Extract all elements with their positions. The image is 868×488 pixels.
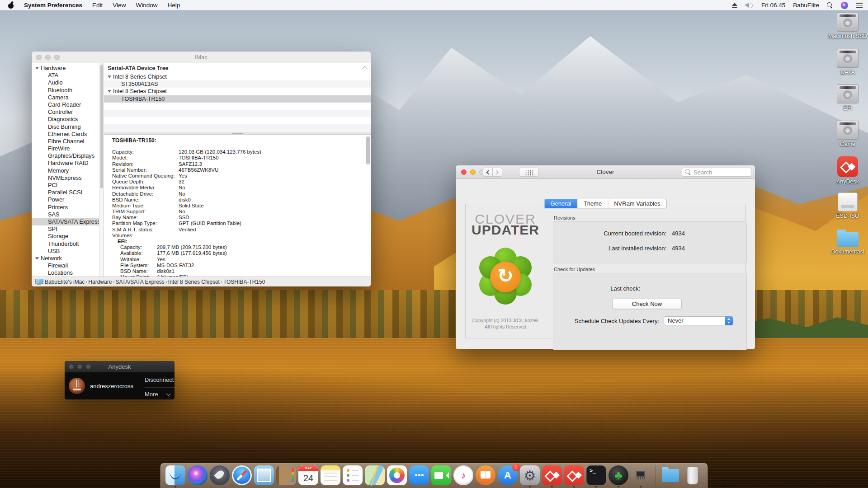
dock-itunes[interactable]: ♪: [453, 465, 473, 488]
sysinfo-title-bar[interactable]: iMac: [32, 52, 371, 63]
desktop-icon-anydesk[interactable]: AnyDesk: [826, 156, 868, 192]
detail-scrollbar-thumb[interactable]: [366, 136, 370, 164]
menu-bar-clock[interactable]: Fri 06.45: [761, 2, 785, 9]
sidebar-item-camera[interactable]: Camera: [32, 94, 99, 101]
dock-calendar[interactable]: MAY24: [298, 465, 318, 488]
desktop-icon-esd-iso[interactable]: ESD-ISO: [826, 192, 868, 229]
disconnect-button[interactable]: Disconnect: [145, 376, 174, 383]
dock-safari[interactable]: [232, 465, 252, 488]
sidebar-item-pci[interactable]: PCI: [32, 182, 99, 189]
dock-clover-configurator[interactable]: ♣: [609, 465, 628, 488]
dock-anydesk[interactable]: [542, 465, 562, 488]
tree-row-intel-8-series-chipset[interactable]: Intel 8 Series Chipset: [104, 88, 371, 95]
sidebar-item-power[interactable]: Power: [32, 196, 99, 203]
sidebar-item-graphics-displays[interactable]: Graphics/Displays: [32, 152, 99, 160]
sidebar-item-firewire[interactable]: FireWire: [32, 145, 99, 152]
desktop-icon-data[interactable]: DATA: [826, 49, 868, 85]
dock-trash[interactable]: [683, 465, 703, 488]
sidebar-item-hardware-raid[interactable]: Hardware RAID: [32, 160, 99, 167]
check-now-button[interactable]: Check Now: [612, 299, 682, 309]
sidebar-item-audio[interactable]: Audio: [32, 79, 99, 86]
sidebar-scrollbar-thumb[interactable]: [100, 65, 103, 188]
breadcrumb-item-babuelite-s-imac[interactable]: BabuElite's iMac: [45, 279, 85, 285]
breadcrumb-item-intel-8-series-chipset[interactable]: Intel 8 Series Chipset: [168, 279, 220, 285]
dock-ibooks[interactable]: [476, 465, 495, 488]
dock-system-preferences[interactable]: ⚙: [520, 465, 540, 488]
schedule-dropdown[interactable]: Never: [664, 316, 733, 325]
dock-facetime[interactable]: [431, 465, 451, 488]
sidebar-item-locations[interactable]: Locations: [32, 269, 99, 277]
sidebar-item-sas[interactable]: SAS: [32, 211, 99, 218]
menu-app-name[interactable]: System Preferences: [24, 2, 82, 9]
notification-center-icon[interactable]: [856, 3, 863, 8]
sidebar-item-diagnostics[interactable]: Diagnostics: [32, 116, 99, 123]
sidebar-group-network[interactable]: Network: [32, 255, 99, 262]
sidebar-item-parallel-scsi[interactable]: Parallel SCSI: [32, 189, 99, 196]
sidebar-item-bluetooth[interactable]: Bluetooth: [32, 87, 99, 94]
dock-messages[interactable]: [409, 465, 429, 488]
close-button[interactable]: [36, 55, 42, 60]
sidebar-item-sata-sata-express[interactable]: SATA/SATA Express: [32, 218, 99, 225]
dock-anydesk-2[interactable]: [564, 465, 584, 488]
dock-app-store[interactable]: A1: [498, 465, 518, 488]
breadcrumb-item-hardware[interactable]: Hardware: [88, 279, 112, 285]
desktop-icon-dokumentasi[interactable]: Dokumentasi: [826, 232, 868, 268]
zoom-button[interactable]: [54, 55, 60, 60]
tree-row-intel-8-series-chipset[interactable]: Intel 8 Series Chipset: [104, 73, 371, 80]
minimize-button[interactable]: [77, 364, 82, 369]
sidebar-item-controller[interactable]: Controller: [32, 108, 99, 116]
collapse-chevron-icon[interactable]: [362, 66, 367, 71]
zoom-button[interactable]: [86, 364, 91, 369]
sidebar-item-firewall[interactable]: Firewall: [32, 262, 99, 269]
dock-launchpad[interactable]: [210, 465, 230, 488]
dock-finder[interactable]: [165, 465, 185, 488]
dock-notes[interactable]: [321, 465, 340, 488]
menu-view[interactable]: View: [113, 2, 126, 9]
anydesk-title-bar[interactable]: Anydesk: [65, 361, 175, 372]
apple-menu-icon[interactable]: [8, 2, 14, 9]
sidebar-item-ethernet-cards[interactable]: Ethernet Cards: [32, 131, 99, 138]
eject-icon[interactable]: [731, 3, 738, 8]
show-all-button[interactable]: [519, 168, 539, 177]
sidebar-item-printers[interactable]: Printers: [32, 204, 99, 211]
sidebar-scrollbar[interactable]: [99, 63, 104, 277]
tab-theme[interactable]: Theme: [577, 199, 608, 208]
more-button[interactable]: More: [145, 391, 158, 398]
sidebar-item-thunderbolt[interactable]: Thunderbolt: [32, 240, 99, 248]
clover-title-bar[interactable]: Clover Search: [456, 165, 755, 179]
breadcrumb-item-toshiba-tr150[interactable]: TOSHIBA-TR150: [223, 279, 265, 285]
sidebar-item-nvmexpress[interactable]: NVMExpress: [32, 174, 99, 182]
dock-hackintool[interactable]: [631, 465, 651, 488]
siri-icon[interactable]: [841, 2, 848, 9]
sidebar-item-memory[interactable]: Memory: [32, 167, 99, 174]
search-field[interactable]: Search: [682, 168, 751, 177]
close-button[interactable]: [69, 364, 74, 369]
menu-bar-user[interactable]: BabuElite: [793, 2, 819, 9]
tab-general[interactable]: General: [544, 199, 577, 208]
sidebar-item-usb[interactable]: USB: [32, 248, 99, 255]
sidebar-item-card-reader[interactable]: Card Reader: [32, 101, 99, 108]
tree-row-toshiba-tr150[interactable]: TOSHIBA-TR150: [104, 95, 371, 103]
menu-edit[interactable]: Edit: [92, 2, 103, 9]
sidebar-item-spi[interactable]: SPI: [32, 225, 99, 233]
dock-reminders[interactable]: [343, 465, 363, 488]
sidebar-item-storage[interactable]: Storage: [32, 233, 99, 240]
dock-mail[interactable]: [254, 465, 274, 488]
back-button[interactable]: [483, 168, 493, 177]
desktop-icon-game[interactable]: Game: [826, 121, 868, 157]
sidebar-group-hardware[interactable]: Hardware: [32, 65, 99, 72]
dock-maps[interactable]: [365, 465, 385, 488]
minimize-button[interactable]: [45, 55, 51, 60]
desktop-icon-macintosh-ssd[interactable]: Macintosh SSD: [826, 13, 868, 49]
menu-window[interactable]: Window: [136, 2, 157, 9]
dock-terminal[interactable]: >_: [586, 465, 606, 488]
sidebar-item-fibre-channel[interactable]: Fibre Channel: [32, 138, 99, 145]
forward-button[interactable]: [492, 168, 502, 177]
volume-icon[interactable]: [745, 3, 754, 8]
desktop-icon-efi[interactable]: EFI: [826, 84, 868, 121]
breadcrumb-item-sata-sata-express[interactable]: SATA/SATA Express: [115, 279, 164, 285]
dock-downloads[interactable]: [660, 465, 680, 488]
dock-photos[interactable]: [387, 465, 407, 488]
sidebar-item-ata[interactable]: ATA: [32, 72, 99, 79]
tree-row-st3500413as[interactable]: ST3500413AS: [104, 80, 371, 88]
